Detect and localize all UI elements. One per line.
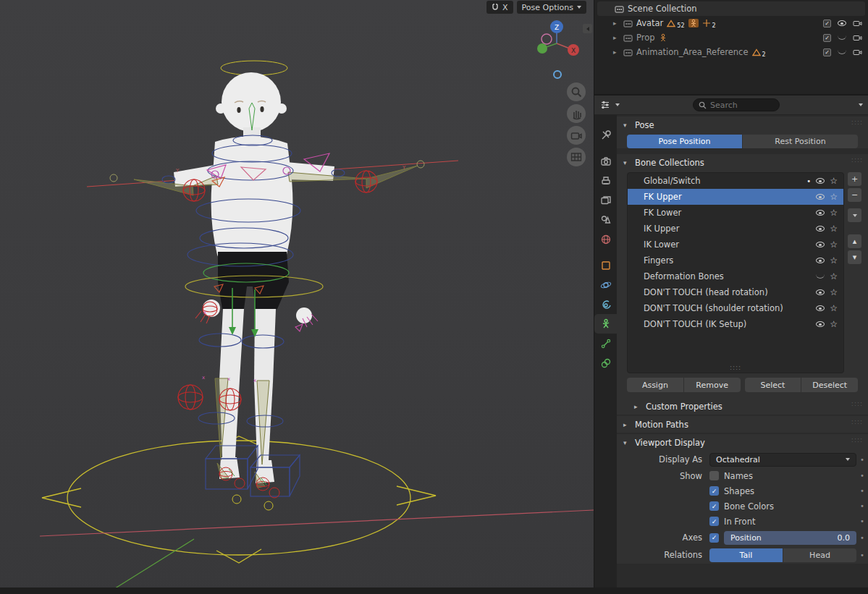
search-box[interactable] [693,98,780,111]
visibility-eye-icon[interactable] [816,194,825,200]
root-control[interactable] [42,436,436,563]
tab-object-data[interactable] [594,314,617,334]
move-up-button[interactable]: ▴ [848,234,861,248]
visibility-eye-closed-icon[interactable] [816,274,825,279]
tab-bone[interactable] [594,334,617,353]
in-front-checkbox[interactable]: ✓ [709,517,719,526]
outliner-row-scene-collection[interactable]: Scene Collection [597,1,865,16]
camera-restrict-icon[interactable] [853,20,862,27]
search-input[interactable] [710,101,768,110]
hide-eye-icon[interactable] [838,20,846,26]
axes-checkbox[interactable]: ✓ [709,533,719,543]
right-arm-tip[interactable] [417,161,424,168]
move-down-button[interactable]: ▾ [848,250,861,264]
viewport-display-header[interactable]: ▾ Viewport Display [617,434,868,451]
remove-button[interactable]: Remove [684,378,741,392]
add-collection-button[interactable]: + [848,172,861,186]
specials-menu-button[interactable] [848,208,861,222]
list-item[interactable]: Deformation Bones☆ [628,268,843,284]
expand-arrow-icon[interactable]: ▸ [613,20,620,27]
navigation-gizmo[interactable]: Z X [533,17,585,69]
solo-star-icon[interactable]: ☆ [830,304,838,313]
solo-star-icon[interactable]: ☆ [830,256,838,265]
outliner-row-prop[interactable]: ▸ Prop ✓ [597,30,865,45]
outliner-row-avatar[interactable]: ▸ Avatar 52 2 ✓ [597,16,865,30]
tab-render[interactable] [594,151,617,171]
custom-properties-header[interactable]: ▸ Custom Properties [617,398,868,415]
character-mesh[interactable] [174,61,334,483]
list-item-selected[interactable]: FK Upper☆ [628,189,843,205]
pan-button[interactable] [567,104,586,123]
list-item[interactable]: DON'T TOUCH (shoulder rotation)☆ [628,300,843,316]
solo-star-icon[interactable]: ☆ [830,192,838,201]
names-checkbox[interactable] [709,471,719,480]
solo-star-icon[interactable]: ☆ [830,272,838,281]
assign-button[interactable]: Assign [627,378,683,392]
expand-arrow-icon[interactable]: ▸ [613,48,620,56]
bone-colors-checkbox[interactable]: ✓ [709,501,719,511]
exclude-checkbox[interactable]: ✓ [823,20,831,27]
solo-star-icon[interactable]: ☆ [830,320,838,328]
select-button[interactable]: Select [745,378,801,392]
tab-world[interactable] [594,229,617,249]
tab-view-layer[interactable] [594,190,617,210]
outliner-row-animation-area-reference[interactable]: ▸ Animation_Area_Reference 2 ✓ [597,45,865,59]
solo-star-icon[interactable]: ☆ [830,240,838,249]
solo-star-icon[interactable]: ☆ [830,177,838,185]
display-as-dropdown[interactable]: Octahedral [709,453,856,467]
solo-star-icon[interactable]: ☆ [830,288,838,297]
list-item[interactable]: DON'T TOUCH (head rotation)☆ [628,284,843,300]
list-item[interactable]: IK Upper☆ [628,221,843,237]
visibility-eye-icon[interactable] [816,258,825,263]
tab-physics[interactable] [594,294,617,314]
axis-neg-y[interactable] [542,34,552,44]
bone-collections-header[interactable]: ▾ Bone Collections [617,154,868,171]
visibility-eye-icon[interactable] [816,210,825,216]
visibility-eye-icon[interactable] [816,178,825,184]
expand-arrow-icon[interactable]: ▸ [613,34,620,41]
active-armature-highlight[interactable] [688,19,699,27]
camera-restrict-icon[interactable] [853,34,862,41]
header-menu-chevron-icon[interactable] [859,103,863,106]
pose-options-dropdown[interactable]: Pose Options [517,1,586,14]
tab-modifiers[interactable] [594,275,617,294]
region-collapse-button[interactable] [583,24,592,33]
list-item[interactable]: FK Lower☆ [628,205,843,221]
viewport-3d[interactable]: x x x x Y Y X Pose Options [0,0,594,594]
visibility-eye-icon[interactable] [816,305,825,311]
ortho-toggle-button[interactable] [567,148,586,166]
list-item[interactable]: Fingers☆ [628,253,843,268]
axes-position-slider[interactable]: Position 0.0 [724,531,856,545]
tab-tool[interactable] [594,125,617,145]
editor-type-chevron-icon[interactable] [615,103,620,106]
zoom-button[interactable] [567,82,586,101]
tail-button[interactable]: Tail [709,548,783,562]
axis-y[interactable] [537,43,547,54]
exclude-checkbox[interactable]: ✓ [823,48,831,56]
motion-paths-header[interactable]: ▸ Motion Paths [617,416,868,433]
camera-view-dot[interactable] [553,70,562,79]
left-arm-tip[interactable] [110,174,117,182]
tab-object[interactable] [594,255,617,275]
hide-eye-closed-icon[interactable] [838,35,846,40]
tab-bone-constraints[interactable] [594,353,617,373]
list-item[interactable]: DON'T TOUCH (IK Setup)☆ [628,316,843,332]
visibility-eye-icon[interactable] [816,226,825,232]
rest-position-button[interactable]: Rest Position [743,135,858,148]
hide-eye-closed-icon[interactable] [838,50,846,54]
solo-star-icon[interactable]: ☆ [830,224,838,233]
head-button[interactable]: Head [783,548,856,562]
snap-toggle[interactable]: X [486,1,513,14]
tab-scene[interactable] [594,210,617,229]
camera-view-button[interactable] [567,126,586,145]
list-resize-grip[interactable]: :::: [628,364,843,371]
solo-star-icon[interactable]: ☆ [830,208,838,217]
exclude-checkbox[interactable]: ✓ [823,34,831,42]
deselect-button[interactable]: Deselect [801,378,858,392]
list-item[interactable]: IK Lower☆ [628,237,843,253]
visibility-eye-icon[interactable] [816,321,825,327]
remove-collection-button[interactable]: − [848,188,861,202]
list-item[interactable]: Global/Switch•☆ [628,173,843,189]
tab-output[interactable] [594,171,617,190]
camera-restrict-icon[interactable] [853,48,862,56]
